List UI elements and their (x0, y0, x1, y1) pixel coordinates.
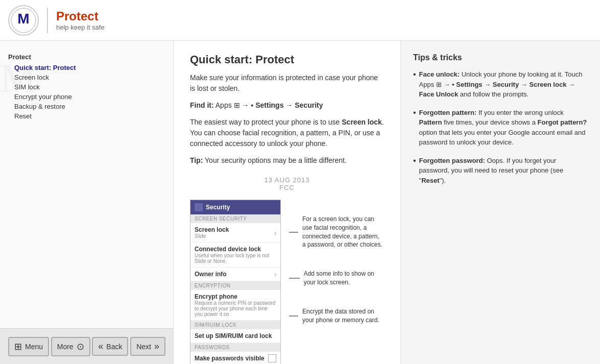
app-title: Protect (56, 9, 105, 23)
phone-item-connected-lock: Connected device lock Useful when your l… (190, 242, 280, 268)
header-divider (47, 8, 48, 33)
callout-line-2 (289, 278, 299, 279)
back-label: Back (106, 343, 122, 351)
tip-item-face-unlock: • Face unlock: Unlock your phone by look… (413, 69, 588, 100)
phone-item-sim-title: Set up SIM/RUIM card lock (195, 332, 276, 339)
tip-bullet-2: • (413, 108, 416, 148)
tip-label-forgotten-password: Forgotten password: (419, 157, 485, 164)
tip-label: Tip: (190, 156, 203, 164)
phone-item-connected-lock-title: Connected device lock (195, 246, 276, 253)
find-it-label: Find it: (190, 101, 214, 109)
motorola-logo-svg: M (11, 8, 36, 33)
next-icon: » (154, 341, 159, 352)
phone-mockup-container: Security SCREEN SECURITY Screen lock Sli… (190, 200, 384, 364)
tip-text: Your security options may be a little di… (205, 156, 347, 164)
screen-lock-ref-1: Screen lock (529, 81, 566, 88)
callout-2: Add some info to show on your lock scree… (289, 270, 384, 287)
next-button[interactable]: Next » (130, 337, 165, 356)
body-paragraph: The easiest way to protect your phone is… (190, 117, 384, 149)
header: M Protect help keep it safe (0, 0, 600, 41)
forgot-pattern-ref: Forgot pattern? (538, 118, 587, 126)
sidebar-item-screen-lock[interactable]: Screen lock (8, 72, 165, 82)
callout-text-1: For a screen lock, you can use facial re… (302, 215, 384, 249)
next-label: Next (136, 343, 151, 351)
screen-security-label: SCREEN SECURITY (190, 214, 280, 223)
bottom-nav: ⊞ Menu More ⊙ « Back Next » (0, 328, 174, 364)
sidebar-item-sim-lock[interactable]: SIM lock (8, 82, 165, 92)
callout-text-3: Encrypt the data stored on your phone or… (302, 307, 384, 325)
phone-item-passwords-visible: Make passwords visible (190, 352, 280, 364)
tip-content-1: Face unlock: Unlock your phone by lookin… (419, 69, 588, 100)
pattern-ref: Pattern (419, 118, 442, 126)
phone-screen-title: Security (206, 204, 230, 211)
tip-bullet-3: • (413, 156, 416, 186)
face-unlock-ref: Face Unlock (419, 90, 459, 98)
phone-item-encrypt-phone: Encrypt phone Require a numeric PIN or p… (190, 290, 280, 321)
tip-item-forgotten-pattern: • Forgotten pattern: If you enter the wr… (413, 108, 588, 148)
back-button[interactable]: « Back (92, 337, 128, 356)
sidebar-item-reset[interactable]: Reset (8, 111, 165, 121)
phone-item-encrypt-sub: Require a numeric PIN or password to dec… (195, 300, 276, 317)
phone-screen-mockup: Security SCREEN SECURITY Screen lock Sli… (190, 200, 281, 364)
sidebar-item-encrypt[interactable]: Encrypt your phone (8, 92, 165, 102)
app-subtitle: help keep it safe (56, 23, 105, 31)
find-it-paragraph: Find it: Apps ⊞ → ▪ Settings → Security (190, 100, 384, 111)
security-icon (195, 203, 203, 211)
owner-info-arrow-icon: › (274, 270, 277, 278)
motorola-logo: M (8, 5, 39, 36)
phone-item-owner-info: Owner info › (190, 268, 280, 281)
more-icon: ⊙ (77, 341, 84, 352)
tip-label-face-unlock: Face unlock: (419, 70, 460, 78)
screen-lock-ref: Screen lock (342, 118, 382, 126)
tip-bullet-1: • (413, 69, 416, 100)
phone-item-encrypt-title: Encrypt phone (195, 293, 276, 300)
sidebar-item-quick-start[interactable]: Quick start: Protect (8, 63, 165, 72)
tip-paragraph: Tip: Your security options may be a litt… (190, 155, 384, 166)
encryption-label: ENCRYPTION (190, 281, 280, 290)
phone-item-screen-lock: Screen lock Slide › (190, 223, 280, 242)
main-content: Quick start: Protect Make sure your info… (174, 41, 401, 364)
back-icon: « (98, 341, 103, 352)
tip-label-forgotten-pattern: Forgotten pattern: (419, 109, 477, 116)
more-button[interactable]: More ⊙ (51, 337, 90, 356)
tip-item-forgotten-password: • Forgotten password: Oops. If you forge… (413, 156, 588, 186)
menu-label: Menu (25, 343, 43, 351)
callout-3: Encrypt the data stored on your phone or… (289, 307, 384, 325)
callout-line-3 (289, 316, 298, 317)
intro-paragraph: Make sure your information is protected … (190, 72, 384, 94)
menu-button[interactable]: ⊞ Menu (8, 337, 49, 356)
settings-ref-1: Settings (456, 81, 482, 88)
page-title: Quick start: Protect (190, 53, 384, 66)
phone-item-connected-lock-sub: Useful when your lock type is not Slide … (195, 253, 276, 264)
header-title-block: Protect help keep it safe (56, 9, 105, 31)
menu-icon: ⊞ (14, 341, 22, 352)
sim-ruim-label: SIM/RUIM LOCK (190, 321, 280, 329)
more-label: More (57, 343, 74, 351)
phone-screen-header: Security (190, 200, 280, 214)
sidebar: Protect Quick start: Protect Screen lock… (0, 41, 174, 364)
passwords-label: PASSWORDS (190, 343, 280, 352)
callout-text-2: Add some info to show on your lock scree… (304, 270, 384, 287)
stamp-date: 13 AUG 2013 (190, 176, 384, 184)
content-area: Quick start: Protect Make sure your info… (174, 41, 600, 364)
phone-item-owner-info-title: Owner info (195, 271, 276, 278)
stamp-area: 13 AUG 2013 FCC (190, 176, 384, 191)
content-inner: Quick start: Protect Make sure your info… (190, 53, 384, 364)
reset-ref: Reset (421, 177, 439, 184)
main-container: Protect Quick start: Protect Screen lock… (0, 41, 600, 364)
callout-line-1 (289, 232, 298, 233)
svg-text:M: M (17, 11, 29, 27)
security-ref-1: Security (493, 81, 519, 88)
passwords-toggle-icon (268, 354, 276, 362)
security-link: Security (295, 101, 323, 109)
phone-item-passwords-title: Make passwords visible (195, 355, 276, 362)
nav-section-title: Protect (8, 53, 165, 61)
tip-content-2: Forgotten pattern: If you enter the wron… (419, 108, 588, 148)
sidebar-nav: Protect Quick start: Protect Screen lock… (0, 49, 173, 125)
callout-1: For a screen lock, you can use facial re… (289, 215, 384, 249)
tips-title: Tips & tricks (413, 53, 588, 62)
stamp-fcc: FCC (190, 184, 384, 191)
phone-item-screen-lock-sub: Slide (195, 233, 276, 239)
find-it-text: Apps ⊞ → ▪ Settings → Security (215, 101, 323, 109)
sidebar-item-backup[interactable]: Backup & restore (8, 102, 165, 111)
